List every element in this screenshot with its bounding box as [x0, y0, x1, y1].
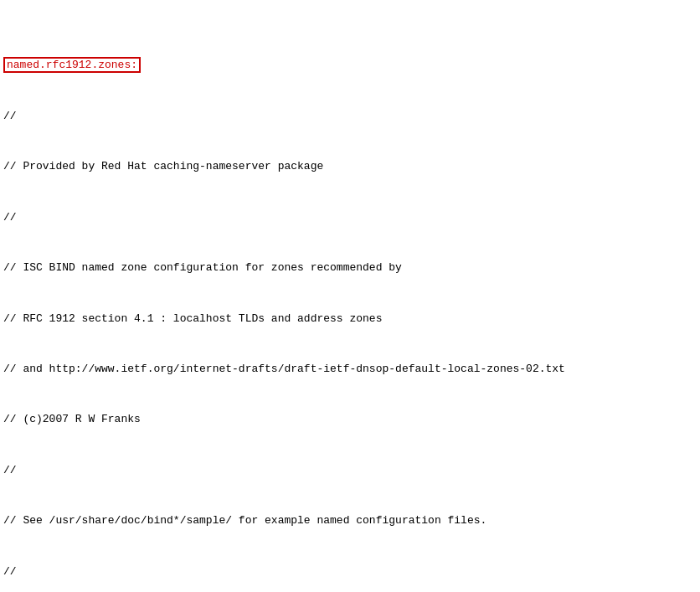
comment-6: // and http://www.ietf.org/internet-draf…	[3, 361, 697, 378]
comment-1: //	[3, 108, 697, 125]
comment-5: // RFC 1912 section 4.1 : localhost TLDs…	[3, 311, 697, 327]
comment-4: // ISC BIND named zone configuration for…	[3, 260, 697, 276]
comment-10: //	[3, 564, 697, 580]
code-content: named.rfc1912.zones: // // Provided by R…	[3, 7, 697, 592]
comment-3: //	[3, 209, 697, 226]
comment-8: //	[3, 462, 697, 479]
editor-window: named.rfc1912.zones: // // Provided by R…	[0, 0, 700, 592]
comment-2: // Provided by Red Hat caching-nameserve…	[3, 158, 697, 175]
title-line: named.rfc1912.zones:	[3, 57, 697, 74]
comment-7: // (c)2007 R W Franks	[3, 411, 697, 428]
comment-9: // See /usr/share/doc/bind*/sample/ for …	[3, 512, 697, 529]
file-title: named.rfc1912.zones:	[3, 57, 141, 73]
